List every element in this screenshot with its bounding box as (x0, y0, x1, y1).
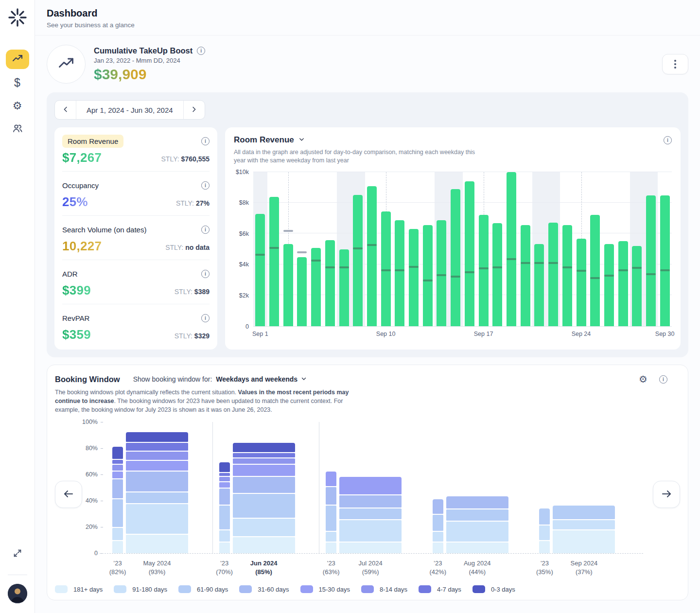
booking-window-prev-button[interactable] (55, 481, 82, 508)
revenue-bar (646, 195, 656, 326)
y-tick-label: 40% (86, 497, 98, 504)
metric-values: 10,227STLY:no data (62, 239, 210, 254)
previous-period-button[interactable] (55, 101, 76, 119)
sidebar-item-performance[interactable] (6, 50, 29, 69)
stly-marker (562, 266, 572, 268)
sidebar-item-users[interactable] (6, 120, 29, 139)
sidebar-item-revenue[interactable]: $ (6, 73, 29, 92)
segment-61-90-days (219, 506, 230, 529)
metric-row-search-volume[interactable]: Search Volume (on dates)i10,227STLY:no d… (62, 216, 210, 260)
more-options-button[interactable] (662, 54, 688, 74)
info-icon[interactable]: i (664, 136, 672, 144)
segment-31-60-days (446, 496, 508, 508)
segment-61-90-days (233, 494, 295, 518)
day-slot-Sep-4 (295, 172, 309, 326)
bar-label-current: Jul 2024 (59%) (359, 559, 383, 577)
stly-label: STLY: (175, 332, 192, 340)
stly-marker (479, 267, 489, 269)
metric-value: 25% (62, 194, 88, 210)
stly-marker (395, 269, 404, 271)
stly-marker (577, 270, 586, 272)
legend-item: 61-90 days (178, 585, 228, 593)
booking-group-Jun-2024: ’23 (70%)Jun 2024 (85%) (212, 422, 319, 577)
metric-label: ADR (62, 270, 78, 278)
booking-plot: ’23 (82%)May 2024 (93%)’23 (70%)Jun 2024… (105, 422, 639, 577)
day-slot-Sep-5 (309, 172, 323, 326)
info-icon[interactable]: i (197, 47, 205, 55)
revenue-bar (465, 181, 474, 326)
revenue-bar (660, 195, 670, 326)
legend-item: 15-30 days (300, 585, 350, 593)
gridline (253, 172, 672, 172)
page-header: Dashboard See your business at a glance (35, 0, 700, 35)
revenue-bar (269, 197, 279, 326)
column-2023: ’23 (70%) (219, 422, 230, 577)
legend-swatch (55, 585, 68, 593)
next-period-button[interactable] (183, 101, 205, 119)
legend-item: 31-60 days (239, 585, 289, 593)
stly-marker (311, 260, 321, 262)
stly-marker (437, 274, 446, 276)
metric-stly: STLY:$760,555 (161, 155, 210, 165)
metric-row-room-revenue[interactable]: Room Revenuei$7,267STLY:$760,555 (62, 127, 210, 172)
info-icon[interactable]: i (201, 270, 210, 278)
info-icon[interactable]: i (201, 226, 210, 234)
revenue-bar (367, 186, 377, 326)
metric-values: $399STLY:$389 (62, 283, 210, 298)
segment-4-7-days (126, 443, 188, 451)
day-slot-Sep-11 (393, 172, 407, 326)
revenue-bar-chart: 0$2k$4k$6k$8k$10kSep 1Sep 10Sep 17Sep 24… (234, 172, 672, 338)
metric-label: Search Volume (on dates) (62, 226, 146, 234)
stly-marker (353, 247, 363, 249)
day-slot-Sep-24 (574, 172, 588, 326)
metric-row-adr[interactable]: ADRi$399STLY:$389 (62, 260, 210, 304)
segment-8-14-days (233, 458, 295, 464)
revenue-y-axis: 0$2k$4k$6k$8k$10k (234, 172, 253, 327)
info-icon[interactable]: i (201, 314, 210, 322)
bar-label-current: Aug 2024 (44%) (464, 559, 491, 577)
sidebar-bottom (6, 544, 29, 603)
day-slot-Sep-21 (532, 172, 546, 326)
revenue-bar (534, 244, 544, 326)
stly-marker (465, 271, 474, 273)
legend-label: 31-60 days (258, 586, 289, 593)
revenue-bar (492, 223, 502, 326)
stly-label: STLY: (161, 155, 179, 163)
segment-181+-days (126, 535, 188, 554)
revenue-bar (618, 241, 628, 326)
column-2023: ’23 (63%) (326, 422, 336, 577)
stly-label: STLY: (165, 244, 183, 251)
revenue-chart-metric-dropdown[interactable]: Room Revenue (234, 135, 305, 145)
gear-icon[interactable]: ⚙ (639, 374, 648, 384)
x-tick-label: Sep 24 (572, 331, 591, 337)
day-slot-Sep-14 (435, 172, 449, 326)
booking-groups: ’23 (82%)May 2024 (93%)’23 (70%)Jun 2024… (105, 422, 639, 577)
metric-row-revpar[interactable]: RevPARi$359STLY:$329 (62, 304, 210, 348)
brand-logo-icon (8, 8, 27, 27)
day-slot-Sep-15 (449, 172, 463, 326)
app-root: $ ⚙ (0, 0, 700, 613)
period-picker: Apr 1, 2024 - Jun 30, 2024 (54, 100, 205, 120)
metric-values: $7,267STLY:$760,555 (62, 150, 210, 165)
y-tick-label: 0 (245, 323, 249, 330)
booking-window-next-button[interactable] (653, 481, 680, 508)
stacked-bar-2023 (433, 422, 443, 553)
info-icon[interactable]: i (659, 375, 667, 384)
booking-window-legend: 181+ days91-180 days61-90 days31-60 days… (55, 585, 680, 593)
booking-window-filter-value: Weekdays and weekends (216, 375, 298, 383)
sidebar-item-settings[interactable]: ⚙ (6, 96, 29, 116)
info-icon[interactable]: i (201, 181, 210, 190)
info-icon[interactable]: i (201, 137, 210, 145)
period-label[interactable]: Apr 1, 2024 - Jun 30, 2024 (76, 101, 183, 119)
revenue-bar (507, 172, 516, 326)
segment-61-90-days (553, 506, 615, 519)
metric-row-occupancy[interactable]: Occupancyi25%STLY:27% (62, 172, 210, 216)
x-tick-label: Sep 10 (376, 331, 396, 337)
segment-91-180-days (539, 525, 550, 540)
bar-label-current: May 2024 (93%) (143, 559, 171, 577)
day-slot-Sep-25 (588, 172, 602, 326)
user-avatar[interactable] (8, 584, 27, 603)
metric-stly: STLY:$329 (175, 332, 210, 342)
expand-button[interactable] (6, 544, 29, 564)
booking-window-filter-dropdown[interactable]: Weekdays and weekends (216, 375, 307, 383)
